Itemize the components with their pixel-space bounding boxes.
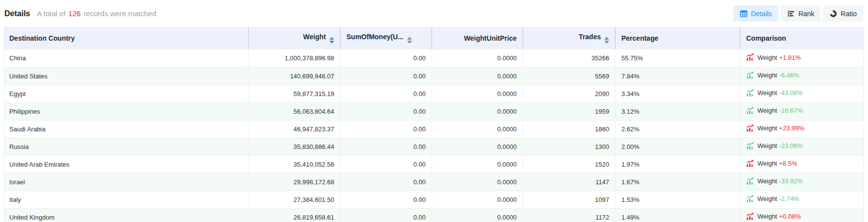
col-header-sum-of-money[interactable]: SumOfMoney(U... — [341, 27, 432, 49]
summary-prefix: A total of — [37, 9, 65, 18]
trend-chart-icon — [746, 124, 754, 132]
cell-weight-unit-price: 0.0000 — [432, 138, 523, 155]
col-header-destination-country: Destination Country — [4, 27, 249, 49]
cell-destination-country: China — [4, 49, 249, 67]
cell-sum-of-money: 0.00 — [341, 138, 432, 155]
cell-weight: 56,063,804.64 — [249, 102, 341, 120]
trend-chart-icon — [746, 177, 754, 185]
cell-destination-country: United States — [4, 67, 249, 85]
rank-view-button[interactable]: Rank — [781, 5, 821, 22]
cell-destination-country: Israel — [4, 173, 249, 191]
cell-weight-unit-price: 0.0000 — [432, 67, 523, 85]
cell-destination-country: Russia — [4, 138, 249, 155]
comparison-indicator: Weight -16.67% — [746, 107, 803, 115]
cell-percentage: 2.00% — [616, 138, 740, 155]
col-header-percentage: Percentage — [616, 27, 740, 49]
table-grid-icon — [740, 10, 748, 18]
cell-trades: 1097 — [523, 191, 616, 208]
table-row: Russia 35,830,886.44 0.00 0.0000 1300 2.… — [4, 138, 864, 155]
table-row: United Arab Emirates 35,410,052.56 0.00 … — [4, 155, 864, 173]
col-header-trades[interactable]: Trades — [523, 27, 616, 49]
trade-details-panel: Details A total of126records were matche… — [0, 0, 868, 222]
cell-trades: 1147 — [523, 173, 616, 191]
cell-comparison: Weight -6.46% — [740, 67, 864, 85]
cell-comparison: Weight -33.92% — [740, 173, 864, 191]
details-view-button[interactable]: Details — [733, 5, 778, 22]
cell-weight-unit-price: 0.0000 — [432, 102, 523, 120]
sort-icon-sum-of-money[interactable] — [407, 37, 412, 44]
cell-weight-unit-price: 0.0000 — [432, 191, 523, 208]
comparison-metric-label: Weight — [757, 107, 777, 114]
topbar-summary-group: Details A total of126records were matche… — [4, 9, 156, 18]
comparison-metric-label: Weight — [757, 213, 777, 220]
sort-icon-trades[interactable] — [604, 37, 609, 44]
cell-trades: 1959 — [523, 102, 616, 120]
col-header-weight[interactable]: Weight — [249, 27, 341, 49]
cell-trades: 35266 — [523, 49, 616, 67]
cell-comparison: Weight -23.06% — [740, 138, 864, 155]
trend-chart-icon — [746, 213, 754, 221]
comparison-metric-label: Weight — [757, 89, 777, 97]
cell-percentage: 3.12% — [616, 102, 740, 120]
comparison-metric-label: Weight — [757, 195, 777, 202]
cell-trades: 1860 — [523, 120, 616, 138]
cell-sum-of-money: 0.00 — [341, 49, 432, 67]
comparison-metric-label: Weight — [757, 160, 777, 167]
cell-comparison: Weight +8.5% — [740, 155, 864, 173]
sort-icon-weight[interactable] — [329, 37, 334, 44]
col-header-comparison: Comparison — [740, 27, 864, 49]
trend-chart-icon — [746, 72, 754, 79]
cell-weight: 35,410,052.56 — [249, 155, 341, 173]
table-row: Israel 29,998,172.68 0.00 0.0000 1147 1.… — [4, 173, 864, 191]
cell-weight: 1,000,378,896.98 — [249, 49, 341, 67]
details-view-label: Details — [751, 10, 772, 18]
comparison-indicator: Weight -23.06% — [746, 142, 803, 150]
rank-view-label: Rank — [799, 10, 815, 18]
comparison-indicator: Weight -6.46% — [746, 72, 799, 79]
table-row: Egypt 59,877,315.19 0.00 0.0000 2090 3.3… — [4, 85, 864, 102]
trend-chart-icon — [746, 195, 754, 203]
cell-weight: 27,384,601.50 — [249, 191, 341, 208]
cell-destination-country: Philippines — [4, 102, 249, 120]
comparison-metric-label: Weight — [757, 142, 777, 149]
comparison-indicator: Weight +0.08% — [746, 213, 801, 221]
trend-chart-icon — [746, 89, 754, 97]
cell-sum-of-money: 0.00 — [341, 208, 432, 222]
topbar: Details A total of126records were matche… — [0, 0, 868, 27]
comparison-metric-label: Weight — [757, 54, 777, 61]
comparison-percent-value: +0.08% — [779, 213, 800, 220]
cell-comparison: Weight +23.99% — [740, 120, 864, 138]
cell-weight-unit-price: 0.0000 — [432, 49, 523, 67]
trend-chart-icon — [746, 107, 754, 115]
ratio-view-button[interactable]: Ratio — [823, 5, 863, 22]
comparison-indicator: Weight +23.99% — [746, 124, 804, 132]
comparison-metric-label: Weight — [757, 177, 777, 185]
cell-percentage: 2.62% — [616, 120, 740, 138]
cell-percentage: 3.34% — [616, 85, 740, 102]
cell-comparison: Weight -2.74% — [740, 191, 864, 208]
cell-sum-of-money: 0.00 — [341, 155, 432, 173]
records-count: 126 — [69, 9, 81, 18]
comparison-percent-value: -43.08% — [779, 89, 802, 97]
cell-destination-country: United Kingdom — [4, 208, 249, 222]
cell-sum-of-money: 0.00 — [341, 102, 432, 120]
table-row: United States 140,699,946.07 0.00 0.0000… — [4, 67, 864, 85]
comparison-percent-value: -23.06% — [779, 142, 802, 149]
cell-trades: 1520 — [523, 155, 616, 173]
trend-chart-icon — [746, 53, 754, 61]
trend-chart-icon — [746, 142, 754, 150]
table-row: China 1,000,378,896.98 0.00 0.0000 35266… — [4, 49, 864, 67]
table-row: Saudi Arabia 46,947,823.37 0.00 0.0000 1… — [4, 120, 864, 138]
cell-weight: 46,947,823.37 — [249, 120, 341, 138]
cell-weight: 29,998,172.68 — [249, 173, 341, 191]
cell-sum-of-money: 0.00 — [341, 120, 432, 138]
cell-weight-unit-price: 0.0000 — [432, 85, 523, 102]
cell-trades: 2090 — [523, 85, 616, 102]
cell-weight-unit-price: 0.0000 — [432, 173, 523, 191]
cell-weight-unit-price: 0.0000 — [432, 155, 523, 173]
records-summary: A total of126records were matched — [37, 9, 156, 18]
cell-comparison: Weight -43.08% — [740, 85, 864, 102]
table-row: United Kingdom 26,819,658.61 0.00 0.0000… — [4, 208, 864, 222]
table-row: Philippines 56,063,804.64 0.00 0.0000 19… — [4, 102, 864, 120]
cell-weight-unit-price: 0.0000 — [432, 120, 523, 138]
